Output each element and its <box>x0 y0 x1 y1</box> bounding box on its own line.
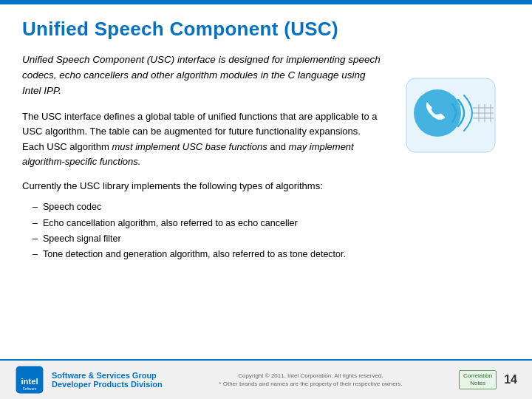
footer-text: Software & Services Group Developer Prod… <box>52 371 163 389</box>
copyright-text: Copyright © 2011, Intel Corporation. All… <box>219 372 402 387</box>
footer-right: CorrelationNotes 14 <box>459 370 517 390</box>
slide-title: Unified Speech Component (USC) <box>22 18 510 41</box>
text-area: Unified Speech Component (USC) interface… <box>22 52 392 352</box>
page-number: 14 <box>504 373 517 386</box>
currently-line: Currently the USC library implements the… <box>22 179 384 194</box>
slide: Unified Speech Component (USC) Unified S… <box>0 0 532 399</box>
footer: intel Software Software & Services Group… <box>0 359 532 399</box>
content-area: Unified Speech Component (USC) Unified S… <box>0 4 532 359</box>
footer-left: intel Software Software & Services Group… <box>15 365 163 395</box>
body-paragraph: The USC interface defines a global table… <box>22 109 384 170</box>
body-area: Unified Speech Component (USC) interface… <box>22 52 510 352</box>
svg-point-1 <box>414 89 461 137</box>
list-item: Speech codec <box>33 200 384 215</box>
svg-text:intel: intel <box>21 377 38 386</box>
svg-text:Software: Software <box>23 387 37 391</box>
bullet-list: Speech codec Echo cancellation algorithm… <box>33 200 384 262</box>
correlation-badge: CorrelationNotes <box>459 370 497 390</box>
footer-copyright: Copyright © 2011, Intel Corporation. All… <box>219 372 402 388</box>
correlation-text: CorrelationNotes <box>463 372 492 386</box>
list-item: Tone detection and generation algorithm,… <box>33 247 384 262</box>
list-item: Speech signal filter <box>33 231 384 247</box>
footer-company-line1: Software & Services Group <box>52 371 163 380</box>
list-item: Echo cancellation algorithm, also referr… <box>33 216 384 231</box>
intel-logo-icon: intel Software <box>15 365 44 395</box>
intro-paragraph: Unified Speech Component (USC) interface… <box>22 52 384 99</box>
footer-company-line2: Developer Products Division <box>52 380 163 389</box>
phone-graphic-icon <box>399 75 502 163</box>
image-area <box>392 52 510 352</box>
